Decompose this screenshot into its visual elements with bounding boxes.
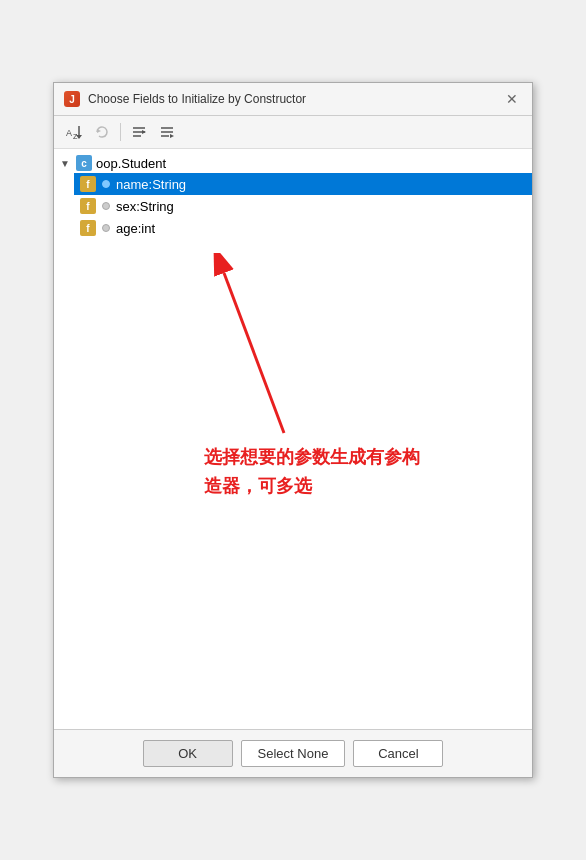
svg-marker-12 xyxy=(170,134,174,138)
title-bar-left: J Choose Fields to Initialize by Constru… xyxy=(64,91,306,107)
field-icon-age: f xyxy=(80,220,96,236)
field-label-name: name:String xyxy=(116,177,186,192)
annotation-area: 选择想要的参数生成有参构 造器，可多选 xyxy=(54,243,532,663)
select-all-icon xyxy=(131,124,147,140)
field-dot-sex xyxy=(102,202,110,210)
svg-text:A: A xyxy=(66,128,72,138)
annotation-arrow xyxy=(204,253,364,453)
content-area: ▼ c oop.Student f name:String f sex:Stri… xyxy=(54,149,532,729)
select-none-button[interactable]: Select None xyxy=(241,740,346,767)
toolbar-separator xyxy=(120,123,121,141)
field-icon-sex: f xyxy=(80,198,96,214)
svg-marker-4 xyxy=(97,129,101,133)
sort-reset-button[interactable] xyxy=(90,120,114,144)
sort-az-icon: A z xyxy=(66,124,82,140)
app-icon: J xyxy=(64,91,80,107)
close-button[interactable]: ✕ xyxy=(502,89,522,109)
class-icon: c xyxy=(76,155,92,171)
expand-chevron: ▼ xyxy=(60,158,72,169)
field-row-sex[interactable]: f sex:String xyxy=(74,195,532,217)
field-dot-name xyxy=(102,180,110,188)
tree-container: ▼ c oop.Student f name:String f sex:Stri… xyxy=(54,149,532,243)
toolbar: A z xyxy=(54,116,532,149)
field-label-sex: sex:String xyxy=(116,199,174,214)
deselect-all-button[interactable] xyxy=(155,120,179,144)
field-row-age[interactable]: f age:int xyxy=(74,217,532,239)
field-icon-name: f xyxy=(80,176,96,192)
dialog: J Choose Fields to Initialize by Constru… xyxy=(53,82,533,778)
deselect-all-icon xyxy=(159,124,175,140)
field-label-age: age:int xyxy=(116,221,155,236)
dialog-title: Choose Fields to Initialize by Construct… xyxy=(88,92,306,106)
svg-line-14 xyxy=(224,273,284,433)
bottom-bar: OK Select None Cancel xyxy=(54,729,532,777)
ok-button[interactable]: OK xyxy=(143,740,233,767)
svg-marker-8 xyxy=(142,130,146,134)
field-row-name[interactable]: f name:String xyxy=(74,173,532,195)
tree-children: f name:String f sex:String f age:int xyxy=(74,173,532,239)
cancel-button[interactable]: Cancel xyxy=(353,740,443,767)
root-label: oop.Student xyxy=(96,156,166,171)
title-bar: J Choose Fields to Initialize by Constru… xyxy=(54,83,532,116)
select-all-button[interactable] xyxy=(127,120,151,144)
sort-az-button[interactable]: A z xyxy=(62,120,86,144)
annotation-text: 选择想要的参数生成有参构 造器，可多选 xyxy=(204,443,420,501)
sort-reset-icon xyxy=(94,124,110,140)
field-dot-age xyxy=(102,224,110,232)
tree-root-row[interactable]: ▼ c oop.Student xyxy=(54,153,532,173)
